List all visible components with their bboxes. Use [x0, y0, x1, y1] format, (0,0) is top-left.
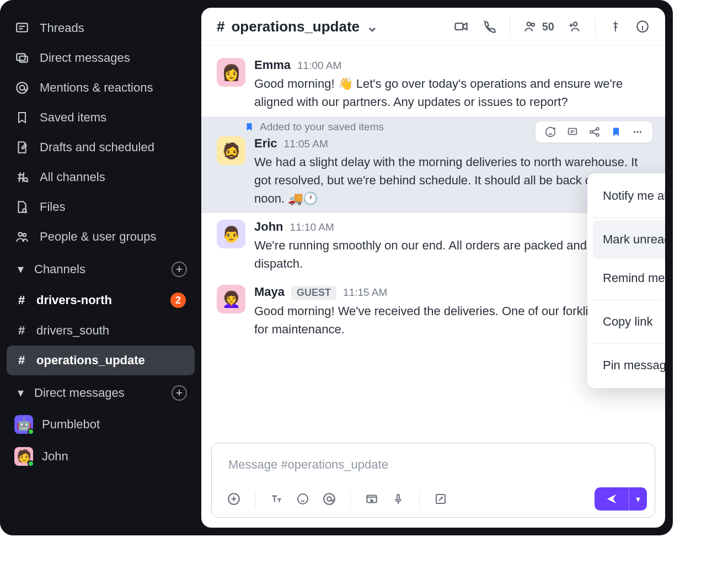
dm-john[interactable]: 🧑 John [7, 440, 195, 472]
channel-name: drivers-north [36, 293, 112, 307]
timestamp: 11:10 AM [290, 221, 334, 233]
add-channel-button[interactable]: + [172, 262, 187, 277]
dm-pumblebot[interactable]: 🤖 Pumblebot [7, 408, 195, 440]
nav-label: Files [40, 200, 65, 214]
message-context-menu: Notify me about new replies Mark unread … [587, 173, 665, 388]
svg-point-21 [640, 131, 642, 133]
phone-call-button[interactable] [482, 19, 496, 34]
avatar: 👨 [217, 220, 245, 248]
format-button[interactable] [267, 492, 285, 506]
message-composer: Message #operations_update ▾ [211, 443, 655, 518]
info-button[interactable] [635, 19, 650, 34]
channel-name: operations_update [36, 353, 145, 368]
separator [587, 343, 665, 344]
dm-icon [14, 51, 30, 65]
add-dm-button[interactable]: + [172, 385, 187, 401]
pin-button[interactable] [609, 20, 622, 33]
sender-name: Maya [254, 285, 285, 299]
nav-label: Mentions & reactions [40, 81, 153, 95]
reply-thread-button[interactable] [566, 126, 579, 138]
svg-rect-1 [17, 54, 25, 60]
nav-files[interactable]: Files [7, 192, 195, 222]
unread-badge: 2 [170, 293, 186, 308]
separator [350, 491, 351, 507]
presence-indicator [28, 460, 34, 467]
menu-remind-me[interactable]: Remind me about this› [587, 259, 665, 297]
add-member-button[interactable] [568, 19, 582, 34]
header-actions: 50 [453, 17, 650, 36]
nav-label: Drafts and scheduled [40, 140, 154, 155]
svg-point-19 [634, 131, 636, 133]
menu-copy-link[interactable]: Copy link [587, 302, 665, 341]
mention-button[interactable] [320, 492, 338, 506]
channel-title-button[interactable]: # operations_update ⌄ [217, 18, 378, 35]
svg-point-20 [636, 131, 639, 133]
channel-drivers-north[interactable]: # drivers-north 2 [7, 285, 195, 316]
avatar: 🧑 [14, 447, 33, 466]
nav-mentions[interactable]: Mentions & reactions [7, 73, 195, 103]
svg-point-7 [19, 232, 23, 236]
member-count: 50 [542, 20, 554, 33]
menu-notify-replies[interactable]: Notify me about new replies [587, 177, 665, 215]
section-label: Channels [34, 262, 85, 277]
video-call-button[interactable] [453, 19, 469, 34]
message-input[interactable]: Message #operations_update [212, 443, 655, 483]
nav-people[interactable]: People & user groups [7, 222, 195, 252]
send-options-button[interactable]: ▾ [629, 487, 647, 511]
nav-all-channels[interactable]: All channels [7, 162, 195, 192]
sidebar: Threads Direct messages Mentions & react… [0, 0, 201, 535]
video-clip-button[interactable] [363, 492, 381, 506]
add-reaction-button[interactable] [544, 126, 556, 138]
drafts-icon [14, 140, 30, 155]
svg-rect-9 [455, 23, 463, 30]
svg-point-11 [531, 23, 534, 26]
share-button[interactable] [588, 126, 601, 138]
hash-icon: # [15, 353, 28, 368]
mentions-icon [14, 81, 30, 95]
threads-icon [14, 21, 30, 35]
send-button-group: ▾ [595, 487, 647, 511]
channels-section-header[interactable]: ▾ Channels + [7, 252, 195, 285]
channel-drivers-south[interactable]: # drivers_south [7, 316, 195, 346]
menu-mark-unread[interactable]: Mark unread [593, 220, 665, 259]
nav-label: Saved items [40, 110, 106, 125]
more-actions-button[interactable] [631, 126, 644, 138]
all-channels-icon [14, 170, 30, 184]
channel-operations-update[interactable]: # operations_update [7, 346, 195, 375]
nav-direct-messages[interactable]: Direct messages [7, 43, 195, 73]
menu-pin-message[interactable]: Pin message [587, 346, 665, 385]
separator [419, 491, 420, 507]
dm-section-header[interactable]: ▾ Direct messages + [7, 375, 195, 408]
saved-banner-text: Added to your saved items [260, 121, 384, 133]
channel-name: drivers_south [36, 323, 109, 338]
svg-point-8 [23, 233, 26, 236]
shortcut-button[interactable] [432, 492, 449, 506]
separator [595, 17, 596, 36]
svg-point-3 [17, 82, 28, 93]
nav-saved-items[interactable]: Saved items [7, 103, 195, 132]
attach-button[interactable] [225, 492, 243, 506]
timestamp: 11:00 AM [297, 60, 341, 72]
svg-rect-27 [397, 495, 399, 500]
audio-clip-button[interactable] [389, 492, 407, 506]
avatar: 👩‍🦱 [217, 285, 245, 313]
svg-point-10 [527, 22, 531, 26]
svg-point-23 [298, 494, 308, 504]
svg-point-24 [324, 493, 335, 504]
bookmark-icon [244, 122, 254, 132]
avatar: 🧔 [217, 136, 245, 165]
avatar: 🤖 [14, 415, 33, 434]
nav-drafts[interactable]: Drafts and scheduled [7, 132, 195, 162]
svg-rect-0 [17, 23, 28, 31]
separator [587, 217, 665, 218]
nav-threads[interactable]: Threads [7, 13, 195, 43]
guest-badge: GUEST [291, 286, 336, 300]
separator [510, 17, 510, 36]
separator [587, 300, 665, 300]
hash-icon: # [15, 323, 28, 338]
send-button[interactable] [595, 487, 629, 511]
member-count-button[interactable]: 50 [523, 19, 554, 34]
bookmark-button[interactable] [611, 126, 622, 137]
emoji-button[interactable] [294, 492, 312, 506]
dm-name: Pumblebot [42, 417, 100, 432]
